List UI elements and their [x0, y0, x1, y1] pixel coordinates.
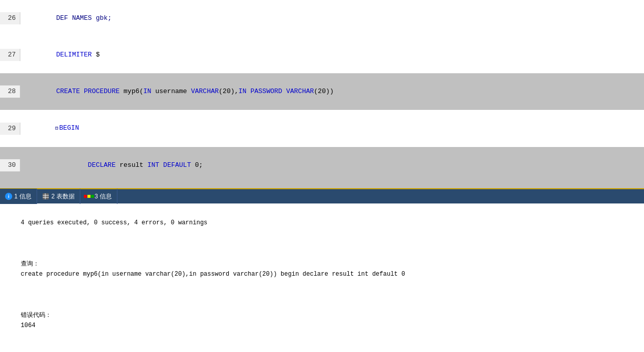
table-icon — [42, 193, 49, 200]
code-line-27: 27 DELIMITER $ — [0, 37, 644, 73]
line-number: 30 — [0, 159, 20, 171]
output-query1: 查询： create procedure myp6(in username va… — [6, 248, 638, 289]
tab-bar: i 1 信息 2 表数据 3 信息 — [0, 188, 644, 203]
code-line-26: 26 DEF NAMES gbk; — [0, 0, 644, 37]
output-summary: 4 queries executed, 0 success, 4 errors,… — [6, 208, 638, 238]
output-error1-code-line: 错误代码： 1064 — [6, 300, 638, 341]
warning-icon — [85, 193, 93, 200]
line-content: ⊟BEGIN — [20, 110, 644, 147]
tab-table2[interactable]: 2 表数据 — [37, 189, 80, 204]
code-line-31: 31 SELECT COUNT(*) INTO result — [0, 184, 644, 188]
output-blank2 — [6, 289, 638, 300]
code-editor: 26 DEF NAMES gbk; 27 DELIMITER $ 28 CREA… — [0, 0, 644, 188]
output-blank1 — [6, 238, 638, 248]
code-line-29: 29 ⊟BEGIN — [0, 110, 644, 147]
output-error1-msg: You have an error in your SQL syntax; ch… — [6, 341, 638, 352]
line-number: 29 — [0, 123, 20, 135]
line-number: 27 — [0, 49, 20, 61]
line-content: DELIMITER $ — [20, 37, 644, 73]
info-icon: i — [5, 193, 12, 200]
line-number: 28 — [0, 85, 20, 98]
error-code-1: 1064 — [21, 322, 36, 329]
line-content: DEF NAMES gbk; — [20, 0, 644, 37]
svg-rect-0 — [43, 193, 49, 199]
tab-label: 1 信息 — [14, 192, 32, 201]
tab-info3[interactable]: 3 信息 — [80, 189, 117, 204]
code-line-30: 30 DECLARE result INT DEFAULT 0; — [0, 147, 644, 184]
line-content: CREATE PROCEDURE myp6(IN username VARCHA… — [20, 73, 644, 110]
tab-info1[interactable]: i 1 信息 — [0, 189, 37, 204]
tab-label: 2 表数据 — [51, 192, 75, 201]
output-area: 4 queries executed, 0 success, 4 errors,… — [0, 203, 644, 352]
tab-label: 3 信息 — [95, 192, 112, 201]
line-content: DECLARE result INT DEFAULT 0; — [20, 147, 644, 184]
code-line-28: 28 CREATE PROCEDURE myp6(IN username VAR… — [0, 73, 644, 110]
line-content: SELECT COUNT(*) INTO result — [20, 184, 644, 188]
line-number: 26 — [0, 12, 20, 24]
